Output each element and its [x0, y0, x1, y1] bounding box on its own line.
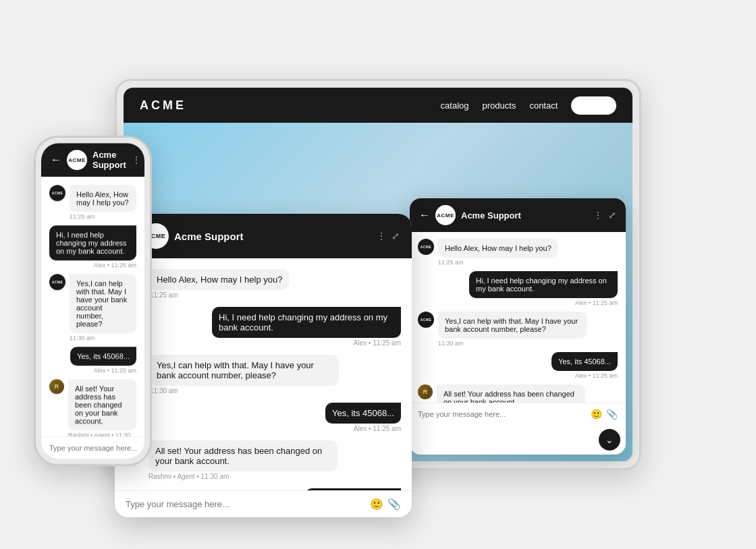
- phone-chat-header: ← ACME Acme Support ⋮ ⤢: [41, 143, 144, 177]
- tablet-message-input[interactable]: [418, 410, 585, 418]
- list-item: Hi, I need help changing my address on m…: [126, 307, 401, 347]
- tablet-chat-messages: ACME Hello Alex, How may I help you? 11:…: [410, 232, 626, 403]
- agent-bubble: Hello Alex, How may I help you?: [70, 185, 136, 212]
- msg-time: Rashmi • Agent • 11:30 am: [68, 432, 136, 436]
- user-bubble: Hi, I need help changing my address on m…: [212, 307, 401, 338]
- phone-back-icon[interactable]: ←: [51, 154, 61, 166]
- agent-bubble: Yes,I can help with that. May I have you…: [438, 312, 587, 339]
- website-navbar: ACME catalog products contact log in: [124, 88, 632, 123]
- agent-avatar: ACME: [49, 185, 65, 201]
- attachment-icon[interactable]: 📎: [387, 498, 401, 511]
- tablet-chat-header: ← ACME Acme Support ⋮ ⤢: [410, 198, 626, 232]
- phone-device: ← ACME Acme Support ⋮ ⤢ ACME Hello Alex,…: [34, 136, 152, 466]
- user-meta: Alex • 11:25 am: [575, 299, 618, 306]
- msg-time: 11:30 am: [150, 387, 339, 395]
- scroll-down-button[interactable]: ⌄: [599, 429, 620, 451]
- list-item: ACME Hello Alex, How may I help you? 11:…: [418, 239, 618, 266]
- agent-bubble: Hello Alex, How may I help you?: [438, 239, 558, 258]
- list-item: ACME Yes,I can help with that. May I hav…: [49, 274, 136, 341]
- user-meta: Alex • 11:25 am: [94, 262, 136, 268]
- list-item: Hi, I need help changing my address on m…: [418, 271, 618, 306]
- phone-chat-title: Acme Support: [92, 150, 126, 170]
- user-meta: Alex • 11:25 am: [94, 367, 136, 374]
- agent-bubble: Yes,I can help with that. May I have you…: [150, 355, 339, 386]
- msg-time: 11:25 am: [70, 213, 136, 220]
- tablet-chat-title: Acme Support: [461, 210, 588, 221]
- user-meta: Alex • 11:25 am: [575, 372, 618, 379]
- msg-time: 11:25 am: [438, 259, 558, 266]
- msg-time: Rashmi • Agent • 11:30 am: [148, 473, 338, 480]
- desktop-chat-header: ← ACME Acme Support ⋮ ⤢: [115, 214, 412, 258]
- list-item: Yes, its 45068... Alex • 11:25 am: [49, 347, 136, 374]
- list-item: ACME Yes,I can help with that. May I hav…: [418, 312, 618, 347]
- agent-bubble: All set! Your address has been changed o…: [437, 384, 585, 403]
- agent-avatar: ACME: [418, 312, 434, 328]
- emoji-icon[interactable]: 🙂: [591, 409, 602, 420]
- desktop-chat-messages: ACME Hello Alex, How may I help you? 11:…: [115, 258, 412, 490]
- user-meta: Alex • 11:25 am: [354, 425, 401, 432]
- user-bubble: Yes, its 45068...: [551, 352, 618, 371]
- website-logo: ACME: [140, 98, 186, 113]
- human-agent-avatar: R: [418, 384, 433, 399]
- emoji-icon[interactable]: 🙂: [370, 498, 383, 511]
- agent-bubble: Yes,I can help with that. May I have you…: [70, 274, 136, 333]
- agent-bubble: All set! Your address has been changed o…: [68, 379, 136, 430]
- tablet-expand-icon[interactable]: ⤢: [608, 210, 616, 221]
- desktop-message-input[interactable]: [126, 499, 364, 509]
- phone-screen: ← ACME Acme Support ⋮ ⤢ ACME Hello Alex,…: [41, 143, 144, 459]
- list-item: Hi, I need help changing my address on m…: [49, 225, 136, 268]
- nav-contact[interactable]: contact: [529, 100, 558, 111]
- tablet-chat-widget: ← ACME Acme Support ⋮ ⤢ ACME Hello Alex,…: [410, 198, 626, 455]
- nav-login-button[interactable]: log in: [571, 96, 616, 115]
- desktop-expand-icon[interactable]: ⤢: [392, 231, 400, 241]
- user-bubble: Yes, its 45068...: [70, 347, 136, 366]
- agent-avatar: ACME: [418, 239, 434, 255]
- scene: ACME catalog products contact log in: [20, 11, 736, 538]
- list-item: R All set! Your address has been changed…: [126, 440, 401, 480]
- tablet-chat-avatar: ACME: [435, 205, 456, 225]
- msg-time: 11:30 am: [438, 340, 587, 347]
- phone-more-icon[interactable]: ⋮: [132, 154, 141, 165]
- website-nav-links: catalog products contact log in: [441, 96, 616, 115]
- user-bubble: Hi, I need help changing my address on m…: [49, 225, 136, 260]
- user-bubble: Hi, I need help changing my address on m…: [469, 271, 618, 298]
- agent-avatar: ACME: [49, 274, 65, 290]
- attachment-icon[interactable]: 📎: [606, 409, 618, 420]
- tablet-more-icon[interactable]: ⋮: [593, 210, 603, 221]
- desktop-input-icons: 🙂 📎: [370, 498, 401, 511]
- tablet-input-icons: 🙂 📎: [591, 409, 618, 420]
- list-item: Yes, its 45068... Alex • 11:25 am: [418, 352, 618, 379]
- msg-time: 11:30 am: [70, 335, 136, 341]
- list-item: R All set! Your address has been changed…: [418, 384, 618, 403]
- list-item: Yes, its 45068... Alex • 11:25 am: [126, 403, 401, 432]
- msg-time: 11:25 am: [150, 291, 289, 299]
- list-item: ACME Hello Alex, How may I help you? 11:…: [49, 185, 136, 220]
- phone-chat-input-area: 🙂 📎: [41, 436, 144, 459]
- tablet-back-icon[interactable]: ←: [419, 209, 430, 221]
- nav-catalog[interactable]: catalog: [441, 100, 469, 111]
- human-agent-avatar: R: [49, 379, 64, 394]
- desktop-chat-icons: ⋮ ⤢: [377, 231, 400, 241]
- user-bubble: Yes, its 45068...: [325, 403, 401, 424]
- agent-bubble: Hello Alex, How may I help you?: [150, 269, 289, 290]
- desktop-chat-title: Acme Support: [174, 231, 371, 242]
- agent-bubble: All set! Your address has been changed o…: [148, 440, 338, 471]
- list-item: ACME Hello Alex, How may I help you? 11:…: [126, 269, 401, 299]
- desktop-chat-window: ← ACME Acme Support ⋮ ⤢ ACME Hello Alex,…: [115, 214, 412, 517]
- user-meta: Alex • 11:25 am: [354, 339, 401, 347]
- phone-message-input[interactable]: [49, 444, 142, 452]
- phone-chat-icons: ⋮ ⤢: [132, 154, 144, 165]
- tablet-chat-input-area: 🙂 📎: [410, 403, 626, 425]
- desktop-more-icon[interactable]: ⋮: [377, 231, 386, 241]
- desktop-chat-input-area: 🙂 📎: [115, 490, 412, 517]
- phone-chat-avatar: ACME: [67, 150, 87, 170]
- nav-products[interactable]: products: [483, 100, 516, 111]
- tablet-chat-icons: ⋮ ⤢: [593, 210, 616, 221]
- list-item: ACME Yes,I can help with that. May I hav…: [126, 355, 401, 395]
- phone-chat-messages: ACME Hello Alex, How may I help you? 11:…: [41, 177, 144, 436]
- list-item: R All set! Your address has been changed…: [49, 379, 136, 436]
